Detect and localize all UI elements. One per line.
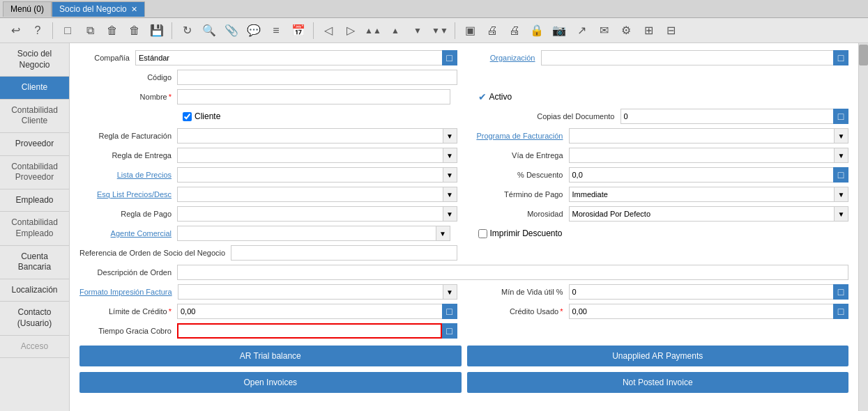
prev-button[interactable]: ◁ (319, 21, 338, 40)
save-button[interactable]: 💾 (147, 21, 167, 40)
regla-facturacion-arrow[interactable]: ▼ (443, 128, 457, 144)
descripcion-input[interactable] (177, 265, 848, 280)
not-posted-button[interactable]: Not Posted Invoice (467, 372, 849, 393)
lista-precios-arrow[interactable]: ▼ (443, 167, 457, 183)
nombre-input[interactable]: Estándar (177, 89, 450, 104)
sidebar-item-cliente[interactable]: Cliente (0, 77, 69, 100)
regla-pago-arrow[interactable]: ▼ (443, 206, 457, 222)
zoom-button[interactable]: ▣ (460, 21, 480, 40)
limite-credito-input[interactable] (177, 304, 442, 319)
sidebar-item-proveedor[interactable]: Proveedor (0, 133, 69, 156)
esq-list-arrow[interactable]: ▼ (443, 187, 457, 202)
tab-close-icon[interactable]: ✕ (131, 5, 137, 14)
formato-select[interactable] (178, 284, 443, 300)
help-button[interactable]: ? (28, 21, 47, 40)
print-button[interactable]: 🖨 (482, 21, 502, 40)
via-entrega-arrow[interactable]: ▼ (835, 148, 848, 163)
programa-facturacion-label[interactable]: Programa de Facturación (471, 132, 569, 140)
min-vida-input[interactable] (569, 284, 834, 300)
descuento-spin-btn[interactable]: □ (833, 167, 848, 183)
imprimir-descuento-checkbox[interactable] (478, 229, 487, 238)
new-button[interactable]: □ (58, 21, 77, 40)
lista-precios-label[interactable]: Lista de Precios (79, 171, 177, 179)
tab-socio[interactable]: Socio del Negocio ✕ (52, 1, 145, 17)
ar-trial-button[interactable]: AR Trial balance (79, 346, 462, 366)
prev2-button[interactable]: ▲ (386, 21, 405, 40)
credito-usado-input[interactable] (569, 304, 834, 319)
cliente-checkbox[interactable] (183, 112, 192, 121)
grid-button[interactable]: ⊞ (639, 21, 658, 40)
settings-button[interactable]: ⚙ (616, 21, 636, 40)
credito-usado-spin-btn[interactable]: □ (833, 304, 848, 319)
agente-comercial-select[interactable] (177, 226, 436, 241)
back-nav-button[interactable]: ↩ (6, 21, 25, 40)
sidebar-item-contacto-usuario[interactable]: Contacto (Usuario) (0, 302, 69, 335)
tab-menu[interactable]: Menú (0) (3, 1, 52, 17)
company-spin-btn[interactable]: □ (442, 50, 457, 65)
refresh-button[interactable]: ↻ (177, 21, 197, 40)
sidebar-item-cuenta-bancaria[interactable]: Cuenta Bancaria (0, 246, 69, 279)
regla-entrega-arrow[interactable]: ▼ (443, 148, 457, 163)
termino-pago-select[interactable]: Immediate (569, 187, 835, 202)
chat-button[interactable]: 💬 (244, 21, 264, 40)
tiempo-gracia-spin-btn[interactable]: □ (442, 323, 457, 339)
formato-label[interactable]: Formato Impresión Factura (79, 287, 178, 297)
organization-label[interactable]: Organización (471, 54, 541, 62)
attach-button[interactable]: 📎 (222, 21, 241, 40)
codigo-input[interactable]: 000000000 (177, 70, 457, 85)
next2-button[interactable]: ▼ (408, 21, 427, 40)
regla-facturacion-select[interactable] (177, 128, 443, 144)
sidebar-item-empleado[interactable]: Empleado (0, 189, 69, 212)
tiempo-gracia-input[interactable] (177, 323, 442, 339)
referencia-input[interactable] (231, 245, 457, 261)
copias-input[interactable] (620, 109, 834, 124)
search-button[interactable]: 🔍 (199, 21, 219, 40)
programa-facturacion-select[interactable] (569, 128, 835, 144)
programa-facturacion-arrow[interactable]: ▼ (835, 128, 848, 144)
next-button[interactable]: ▷ (341, 21, 360, 40)
sidebar-item-contabilidad-cliente[interactable]: Contabilidad Cliente (0, 100, 69, 133)
copy-button[interactable]: ⧉ (80, 21, 100, 40)
regla-entrega-select[interactable] (177, 148, 443, 163)
esq-list-select[interactable] (177, 187, 443, 202)
apps-button[interactable]: ⊟ (661, 21, 680, 40)
regla-pago-select[interactable] (177, 206, 443, 222)
last-button[interactable]: ▼▼ (430, 21, 450, 40)
via-entrega-select[interactable] (569, 148, 835, 163)
vertical-scrollbar[interactable] (858, 43, 868, 411)
organization-spin-btn[interactable]: □ (833, 50, 848, 65)
delete2-button[interactable]: 🗑 (125, 21, 144, 40)
sidebar-item-contabilidad-proveedor[interactable]: Contabilidad Proveedor (0, 156, 69, 189)
esq-list-label[interactable]: Esq List Precios/Desc (79, 190, 177, 199)
agente-comercial-arrow[interactable]: ▼ (436, 226, 450, 241)
sidebar-item-socio-negocio[interactable]: Socio del Negocio (0, 43, 69, 77)
limite-credito-spin-btn[interactable]: □ (442, 304, 457, 319)
sidebar-item-localizacion[interactable]: Localización (0, 279, 69, 302)
descripcion-label: Descripción de Orden (79, 268, 177, 277)
organization-input[interactable] (541, 50, 834, 65)
camera-button[interactable]: 📷 (549, 21, 569, 40)
lista-precios-select[interactable] (177, 167, 443, 183)
print2-button[interactable]: 🖨 (505, 21, 524, 40)
morosidad-arrow[interactable]: ▼ (835, 206, 848, 222)
sidebar-item-contabilidad-empleado[interactable]: Contabilidad Empleado (0, 212, 69, 245)
descuento-input[interactable] (569, 167, 834, 183)
delete-button[interactable]: 🗑 (102, 21, 122, 40)
copias-spin-btn[interactable]: □ (833, 109, 848, 124)
company-input[interactable] (135, 50, 442, 65)
open-invoices-button[interactable]: Open Invoices (79, 372, 462, 393)
send-button[interactable]: ✉ (594, 21, 614, 40)
first-button[interactable]: ▲▲ (363, 21, 383, 40)
formato-arrow[interactable]: ▼ (443, 284, 457, 300)
lock-button[interactable]: 🔒 (527, 21, 547, 40)
morosidad-select[interactable]: Morosidad Por Defecto (569, 206, 835, 222)
min-vida-spin-btn[interactable]: □ (833, 284, 848, 300)
termino-pago-arrow[interactable]: ▼ (835, 187, 848, 202)
agente-comercial-label[interactable]: Agente Comercial (79, 229, 177, 238)
unapplied-button[interactable]: Unapplied AR Payments (467, 346, 849, 366)
arrow-button[interactable]: ↗ (572, 21, 591, 40)
min-vida-label: Mín de Vida útil % (471, 288, 569, 296)
calendar-button[interactable]: 📅 (289, 21, 308, 40)
sidebar-item-acceso[interactable]: Acceso (0, 336, 69, 359)
report-button[interactable]: ≡ (266, 21, 286, 40)
